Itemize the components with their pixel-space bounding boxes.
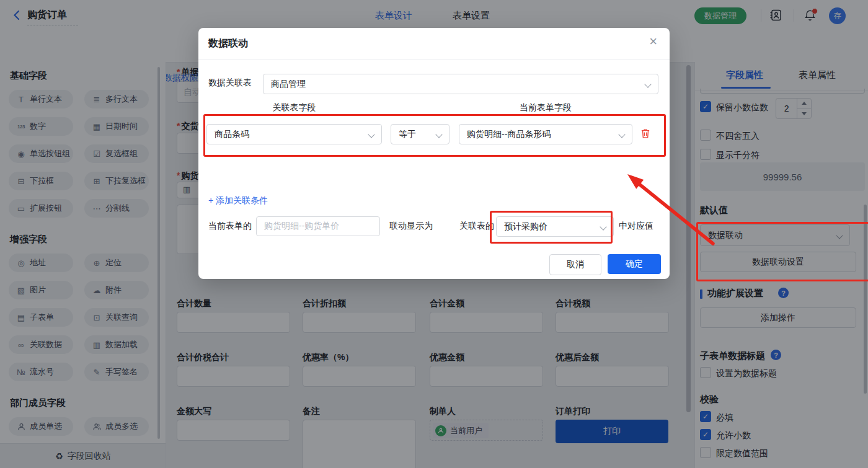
column-header-related-field: 关联表字段	[206, 102, 382, 113]
confirm-button[interactable]: 确定	[608, 254, 661, 274]
app-screen: 购货订单 表单设计 表单设置 数据管理 存 表	[0, 0, 868, 468]
chevron-down-icon	[435, 131, 442, 138]
delete-condition-icon[interactable]	[640, 128, 651, 141]
condition-field-select[interactable]: 商品条码	[206, 124, 382, 144]
current-form-label: 当前表单的	[208, 221, 252, 232]
cancel-button[interactable]: 取消	[549, 254, 601, 275]
related-table-label: 关联表的	[459, 221, 494, 232]
column-header-current-field: 当前表单字段	[459, 102, 632, 113]
chevron-down-icon	[618, 131, 625, 138]
link-table-select[interactable]: 商品管理	[263, 74, 658, 94]
close-icon[interactable]: ×	[649, 35, 657, 48]
chevron-down-icon	[644, 81, 651, 87]
add-condition-link[interactable]: + 添加关联条件	[208, 195, 268, 206]
modal-title: 数据联动	[208, 37, 248, 50]
current-form-field-input[interactable]: 购货明细--购货单价	[256, 216, 380, 236]
display-as-label: 联动显示为	[389, 221, 433, 232]
condition-operator-select[interactable]: 等于	[391, 124, 450, 144]
chevron-down-icon	[600, 223, 606, 230]
related-field-select[interactable]: 预计采购价	[496, 216, 614, 237]
link-table-label: 数据关联表	[208, 77, 252, 89]
condition-target-select[interactable]: 购货明细--商品条形码	[459, 124, 632, 144]
suffix-label: 中对应值	[619, 221, 653, 232]
chevron-down-icon	[368, 131, 374, 138]
data-linkage-modal: 数据联动 × 数据关联表 商品管理 关联表字段 当前表单字段 商品条码 等于 购…	[198, 28, 670, 279]
